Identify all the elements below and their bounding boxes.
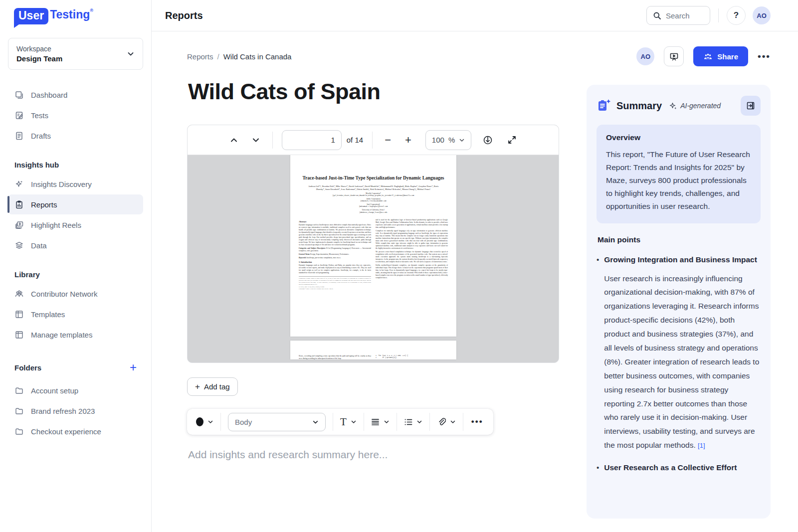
alignment-dropdown[interactable] — [364, 413, 397, 431]
sidebar-item-label: Data — [31, 241, 47, 250]
paragraph-style-group: Body — [221, 413, 333, 431]
sidebar-item-reports[interactable]: Reports — [8, 194, 143, 214]
main-area: Reports ? AO Reports / Wild Cats in Cana… — [152, 0, 798, 532]
breadcrumb-current: Wild Cats in Canada — [223, 52, 292, 61]
present-button[interactable] — [664, 46, 684, 66]
ai-generated-badge: AI-generated — [669, 102, 721, 110]
add-folder-button[interactable]: + — [130, 361, 137, 373]
sidebar-library-nav: Contributor Network Templates Manage tem… — [0, 284, 151, 345]
paper-title: Trace-based Just-in-Time Type Specializa… — [300, 175, 446, 181]
workspace-switcher[interactable]: Workspace Design Team — [8, 38, 143, 70]
sidebar-item-label: Reports — [31, 200, 57, 209]
toolbar-more-button[interactable]: ••• — [463, 417, 491, 427]
user-avatar[interactable]: AO — [753, 6, 771, 24]
previous-page-button[interactable] — [226, 133, 241, 148]
plus-icon: + — [195, 382, 200, 392]
download-button[interactable] — [479, 132, 496, 149]
share-button[interactable]: Share — [693, 46, 748, 66]
presentation-icon — [669, 51, 679, 62]
sidebar-item-label: Drafts — [31, 132, 51, 140]
chevron-down-icon — [312, 419, 319, 425]
highlight-reels-icon — [14, 220, 24, 230]
main-point-body: User research is increasingly influencin… — [604, 272, 761, 453]
formatting-toolbar: Body T — [187, 409, 493, 435]
folder-item-label: Checkout experience — [31, 427, 101, 436]
bullet-list-icon — [404, 418, 412, 426]
editor-text-area[interactable]: Add insights and research summary here..… — [188, 449, 388, 461]
sidebar-item-insights-discovery[interactable]: Insights Discovery — [8, 174, 143, 194]
folder-icon — [14, 427, 24, 436]
pdf-viewer: of 14 − + 100 % — [187, 125, 559, 363]
sidebar-item-manage-templates[interactable]: Manage templates — [8, 325, 143, 345]
search-icon — [653, 11, 661, 20]
doc-header-row: Reports / Wild Cats in Canada AO Share •… — [187, 46, 771, 66]
sidebar-item-drafts[interactable]: Drafts — [8, 126, 143, 146]
doc-more-button[interactable]: ••• — [758, 51, 771, 62]
bullet-glyph: • — [597, 461, 599, 474]
pdf-pages-area[interactable]: Trace-based Just-in-Time Type Specializa… — [188, 155, 559, 363]
align-text-icon — [371, 418, 380, 426]
folder-icon — [14, 406, 24, 416]
folders-heading: Folders — [14, 363, 41, 372]
sidebar-item-tests[interactable]: Tests — [8, 105, 143, 125]
fullscreen-button[interactable] — [504, 132, 520, 148]
attachment-dropdown[interactable] — [430, 413, 463, 431]
zoom-value: 100 — [432, 136, 444, 144]
insights-discovery-icon — [14, 179, 24, 189]
pdf-toolbar: of 14 − + 100 % — [188, 125, 559, 155]
collapse-panel-button[interactable] — [741, 96, 761, 116]
workspace-label: Workspace — [16, 45, 62, 53]
sidebar-item-contributor-network[interactable]: Contributor Network — [8, 284, 143, 304]
collapse-panel-icon — [746, 101, 756, 111]
zoom-percent-sign: % — [448, 136, 455, 144]
search-input[interactable] — [666, 11, 701, 20]
citation-link[interactable]: [1] — [698, 442, 705, 449]
sidebar-item-data[interactable]: Data — [8, 235, 143, 255]
sidebar-item-templates[interactable]: Templates — [8, 304, 143, 324]
main-point-item: • Growing Integration and Business Impac… — [597, 253, 761, 452]
templates-icon — [14, 310, 24, 319]
folder-item-checkout-experience[interactable]: Checkout experience — [8, 421, 143, 441]
search-box[interactable] — [646, 6, 710, 25]
tests-icon — [14, 111, 24, 120]
sidebar-insights-nav: Insights Discovery Reports Highlight Ree… — [0, 174, 151, 255]
logo-testing-text: Testing® — [50, 8, 93, 21]
sidebar-item-label: Templates — [31, 310, 65, 319]
sidebar-item-dashboard[interactable]: Dashboard — [8, 85, 143, 105]
paper-authors: Andreas Gal*†, Brendan Eich*, Mike Shave… — [305, 184, 441, 191]
list-dropdown[interactable] — [397, 413, 430, 431]
text-format-icon: T — [340, 417, 347, 427]
chevron-down-icon — [384, 419, 390, 425]
usertesting-logo: User Testing® — [14, 8, 151, 24]
pdf-toolbar-divider — [272, 132, 273, 149]
paper-columns: Abstract Dynamic languages such as JavaS… — [290, 219, 456, 290]
sidebar-item-highlight-reels[interactable]: Highlight Reels — [8, 215, 143, 235]
paragraph-style-select[interactable]: Body — [228, 413, 326, 431]
summary-title: Summary — [616, 100, 662, 112]
zoom-level-select[interactable]: 100 % — [425, 130, 471, 150]
collaborator-avatar[interactable]: AO — [636, 47, 654, 65]
add-tag-button[interactable]: + Add tag — [187, 377, 238, 396]
folder-item-account-setup[interactable]: Account setup — [8, 380, 143, 400]
topbar-actions: ? AO — [646, 6, 771, 25]
next-page-button[interactable] — [248, 133, 263, 148]
chevron-down-icon — [351, 419, 357, 425]
paragraph-style-value: Body — [235, 418, 252, 426]
chevron-down-icon — [127, 50, 135, 58]
sidebar-item-label: Manage templates — [31, 331, 92, 339]
add-tag-label: Add tag — [204, 382, 230, 391]
sparkle-icon — [669, 102, 677, 110]
library-heading: Library — [0, 270, 151, 279]
topbar: Reports ? AO — [152, 0, 798, 31]
zoom-out-button[interactable]: − — [382, 131, 394, 150]
page-number-input[interactable] — [282, 130, 342, 150]
text-color-swatch — [196, 417, 203, 426]
breadcrumb-reports-link[interactable]: Reports — [187, 52, 213, 61]
text-format-dropdown[interactable]: T — [333, 413, 364, 431]
zoom-in-button[interactable]: + — [402, 131, 414, 150]
help-button[interactable]: ? — [727, 6, 746, 25]
text-color-dropdown[interactable] — [189, 413, 221, 431]
folder-item-brand-refresh[interactable]: Brand refresh 2023 — [8, 401, 143, 421]
logo-registered-mark: ® — [90, 8, 93, 13]
chevron-down-icon — [207, 419, 213, 425]
